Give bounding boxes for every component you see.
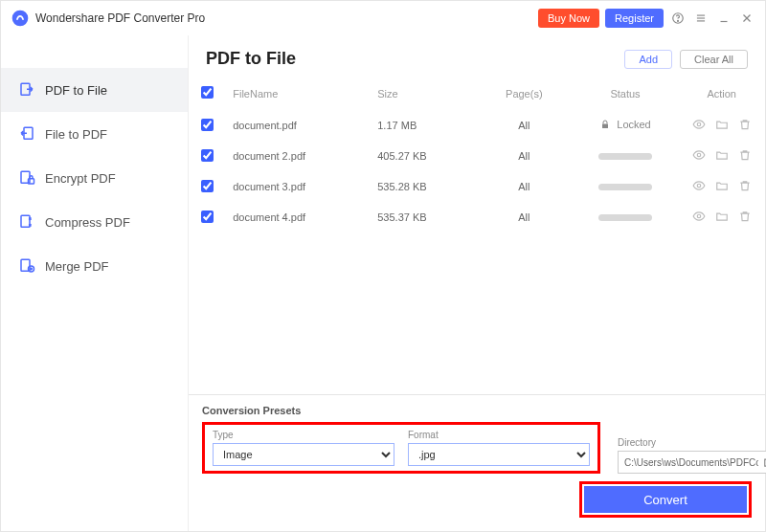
sidebar-item-label: PDF to File xyxy=(45,83,107,98)
type-select[interactable]: Image xyxy=(213,443,394,466)
svg-point-0 xyxy=(12,11,29,27)
cell-filename: document 3.pdf xyxy=(225,171,370,202)
cell-pages: All xyxy=(476,141,573,171)
sidebar-item-pdf-to-file[interactable]: PDF to File xyxy=(1,68,188,112)
open-folder-icon[interactable] xyxy=(715,118,729,131)
format-label: Format xyxy=(408,430,590,440)
delete-icon[interactable] xyxy=(738,118,752,131)
pdf-to-file-icon xyxy=(18,81,35,99)
register-button[interactable]: Register xyxy=(605,9,664,28)
cell-size: 535.37 KB xyxy=(370,202,476,233)
row-checkbox[interactable] xyxy=(201,180,214,192)
preview-icon[interactable] xyxy=(692,148,706,162)
app-logo-icon xyxy=(11,9,30,28)
delete-icon[interactable] xyxy=(738,148,752,162)
main-panel: PDF to File Add Clear All FileName Size … xyxy=(188,35,765,531)
open-folder-icon[interactable] xyxy=(715,148,729,162)
cell-size: 535.28 KB xyxy=(370,171,476,202)
conversion-presets-panel: Conversion Presets Type Image Format xyxy=(189,394,765,531)
preview-icon[interactable] xyxy=(692,210,706,223)
col-pages: Page(s) xyxy=(476,77,573,110)
status-progress-bar xyxy=(598,153,652,160)
highlighted-convert: Convert xyxy=(579,481,752,518)
page-title: PDF to File xyxy=(206,49,296,69)
clear-all-button[interactable]: Clear All xyxy=(680,50,748,69)
svg-point-20 xyxy=(697,153,701,157)
col-action: Action xyxy=(678,77,765,110)
cell-pages: All xyxy=(476,202,573,233)
type-label: Type xyxy=(213,430,394,440)
open-folder-icon[interactable] xyxy=(715,210,729,223)
row-checkbox[interactable] xyxy=(201,119,214,131)
convert-button[interactable]: Convert xyxy=(584,486,747,513)
highlighted-presets: Type Image Format .jpg xyxy=(202,422,600,474)
col-size: Size xyxy=(370,77,476,110)
cell-pages: All xyxy=(476,110,573,141)
delete-icon[interactable] xyxy=(738,179,752,192)
status-progress-bar xyxy=(598,214,652,221)
sidebar-item-label: Merge PDF xyxy=(45,259,108,274)
cell-filename: document 2.pdf xyxy=(225,141,370,171)
svg-point-22 xyxy=(697,214,701,218)
sidebar-item-label: File to PDF xyxy=(45,127,107,142)
buy-now-button[interactable]: Buy Now xyxy=(538,9,599,28)
sidebar-item-label: Encrypt PDF xyxy=(45,171,116,186)
table-row: document 4.pdf535.37 KBAll xyxy=(189,202,765,233)
titlebar: Wondershare PDF Converter Pro Buy Now Re… xyxy=(1,1,765,35)
help-icon[interactable] xyxy=(669,10,687,27)
cell-filename: document.pdf xyxy=(225,110,370,141)
directory-label: Directory xyxy=(618,437,766,448)
preview-icon[interactable] xyxy=(692,118,706,131)
sidebar-item-file-to-pdf[interactable]: File to PDF xyxy=(1,112,188,156)
select-all-checkbox[interactable] xyxy=(201,86,214,99)
cell-pages: All xyxy=(476,171,573,202)
format-select[interactable]: .jpg xyxy=(408,443,590,466)
svg-rect-18 xyxy=(602,124,608,129)
delete-icon[interactable] xyxy=(738,210,752,223)
add-button[interactable]: Add xyxy=(624,50,672,69)
svg-point-19 xyxy=(697,122,701,126)
cell-status xyxy=(573,171,679,202)
preview-icon[interactable] xyxy=(692,179,706,192)
svg-point-2 xyxy=(678,20,679,21)
minimize-icon[interactable] xyxy=(715,10,732,27)
table-row: document 2.pdf405.27 KBAll xyxy=(189,141,765,171)
cell-size: 1.17 MB xyxy=(370,110,476,141)
svg-rect-13 xyxy=(21,215,30,227)
directory-input[interactable] xyxy=(618,451,766,474)
col-status: Status xyxy=(573,77,679,110)
cell-status xyxy=(573,202,679,233)
sidebar-item-merge-pdf[interactable]: Merge PDF xyxy=(1,244,188,288)
svg-point-21 xyxy=(697,184,701,188)
close-icon[interactable] xyxy=(738,10,755,27)
sidebar-item-compress-pdf[interactable]: Compress PDF xyxy=(1,200,188,244)
row-checkbox[interactable] xyxy=(201,211,214,223)
cell-size: 405.27 KB xyxy=(370,141,476,171)
open-folder-icon[interactable] xyxy=(715,179,729,192)
status-locked: Locked xyxy=(617,119,650,130)
app-title: Wondershare PDF Converter Pro xyxy=(35,11,205,25)
file-to-pdf-icon xyxy=(18,125,35,143)
file-table: FileName Size Page(s) Status Action docu… xyxy=(189,77,765,233)
cell-filename: document 4.pdf xyxy=(225,202,370,233)
table-row: document 3.pdf535.28 KBAll xyxy=(189,171,765,202)
menu-icon[interactable] xyxy=(692,10,710,27)
lock-icon xyxy=(599,119,611,130)
merge-pdf-icon xyxy=(18,257,35,275)
sidebar-item-encrypt-pdf[interactable]: Encrypt PDF xyxy=(1,156,188,200)
cell-status xyxy=(573,141,679,171)
presets-title: Conversion Presets xyxy=(202,405,752,416)
col-filename: FileName xyxy=(225,77,370,110)
status-progress-bar xyxy=(598,184,652,190)
table-row: document.pdf1.17 MBAllLocked xyxy=(189,110,765,141)
encrypt-pdf-icon xyxy=(18,169,35,187)
compress-pdf-icon xyxy=(18,213,35,231)
row-checkbox[interactable] xyxy=(201,149,214,162)
sidebar-item-label: Compress PDF xyxy=(45,215,130,230)
sidebar: PDF to File File to PDF Encrypt PDF Comp… xyxy=(1,35,188,531)
cell-status: Locked xyxy=(573,110,679,141)
